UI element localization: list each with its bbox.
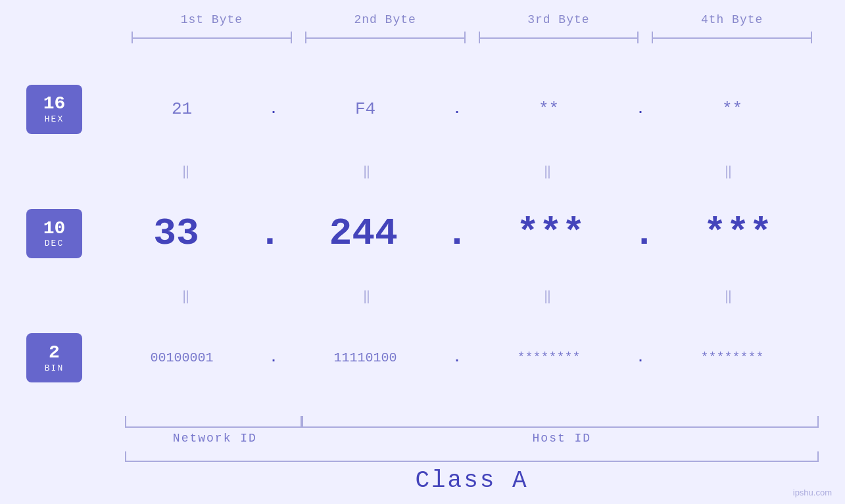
byte-headers: 1st Byte 2nd Byte 3rd Byte 4th Byte bbox=[26, 13, 819, 26]
bracket-1 bbox=[132, 32, 292, 43]
bin-val1: 00100001 bbox=[95, 350, 268, 365]
eq8: ‖ bbox=[638, 288, 819, 304]
bracket-3 bbox=[479, 32, 639, 43]
watermark: ipshu.com bbox=[793, 488, 832, 497]
id-labels: Network ID Host ID bbox=[26, 432, 819, 445]
dec-badge-label: DEC bbox=[45, 239, 64, 248]
bin-dot1: . bbox=[268, 350, 279, 365]
eq3: ‖ bbox=[457, 163, 638, 179]
equals-row-2: ‖ ‖ ‖ ‖ bbox=[26, 288, 819, 304]
dec-badge: 10 DEC bbox=[26, 209, 82, 258]
hex-val1: 21 bbox=[95, 99, 268, 119]
eq6: ‖ bbox=[276, 288, 457, 304]
bottom-brackets bbox=[26, 416, 819, 428]
hex-badge-number: 16 bbox=[43, 94, 66, 114]
eq2: ‖ bbox=[276, 163, 457, 179]
bin-dot2: . bbox=[452, 350, 462, 365]
host-bracket bbox=[302, 416, 819, 428]
hex-dot3: . bbox=[635, 102, 646, 117]
dec-badge-number: 10 bbox=[43, 219, 66, 239]
hex-val2: F4 bbox=[279, 99, 452, 119]
hex-dot2: . bbox=[452, 102, 462, 117]
main-container: 1st Byte 2nd Byte 3rd Byte 4th Byte 16 H… bbox=[0, 0, 845, 504]
equals-row-1: ‖ ‖ ‖ ‖ bbox=[26, 163, 819, 179]
bin-badge-number: 2 bbox=[49, 343, 60, 363]
hex-values: 21 . F4 . ** . ** bbox=[95, 99, 819, 119]
bottom-section: Network ID Host ID Class A bbox=[26, 416, 819, 497]
top-brackets bbox=[26, 32, 819, 43]
byte3-header: 3rd Byte bbox=[472, 13, 646, 26]
network-id-label: Network ID bbox=[125, 432, 305, 445]
class-label: Class A bbox=[26, 467, 819, 497]
eq4: ‖ bbox=[638, 163, 819, 179]
dec-dot3: . bbox=[631, 212, 657, 255]
hex-badge-label: HEX bbox=[45, 114, 64, 124]
bin-dot3: . bbox=[635, 350, 646, 365]
dec-val3: *** bbox=[470, 212, 631, 255]
bracket-2 bbox=[305, 32, 466, 43]
eq5: ‖ bbox=[95, 288, 276, 304]
hex-val3: ** bbox=[462, 99, 635, 119]
bin-val3: ******** bbox=[462, 350, 635, 365]
bin-badge: 2 BIN bbox=[26, 333, 82, 382]
hex-badge: 16 HEX bbox=[26, 85, 82, 134]
dec-dot1: . bbox=[257, 212, 283, 255]
bin-badge-label: BIN bbox=[45, 363, 64, 373]
dec-dot2: . bbox=[445, 212, 470, 255]
hex-row: 16 HEX 21 . F4 . ** . ** bbox=[26, 57, 819, 162]
eq7: ‖ bbox=[457, 288, 638, 304]
byte4-header: 4th Byte bbox=[645, 13, 819, 26]
dec-row: 10 DEC 33 . 244 . *** . *** bbox=[26, 181, 819, 286]
dec-val2: 244 bbox=[283, 212, 445, 255]
dec-val4: *** bbox=[657, 212, 819, 255]
dec-val1: 33 bbox=[95, 212, 257, 255]
full-bracket bbox=[125, 451, 819, 462]
bin-val2: 11110100 bbox=[279, 350, 452, 365]
hex-val4: ** bbox=[646, 99, 819, 119]
full-bracket-row bbox=[26, 451, 819, 462]
network-bracket bbox=[125, 416, 302, 428]
byte1-header: 1st Byte bbox=[125, 13, 299, 26]
host-id-label: Host ID bbox=[305, 432, 819, 445]
dec-values: 33 . 244 . *** . *** bbox=[95, 212, 819, 255]
hex-dot1: . bbox=[268, 102, 279, 117]
bracket-4 bbox=[652, 32, 812, 43]
bin-values: 00100001 . 11110100 . ******** . *******… bbox=[95, 350, 819, 365]
byte2-header: 2nd Byte bbox=[299, 13, 472, 26]
bin-val4: ******** bbox=[646, 350, 819, 365]
eq1: ‖ bbox=[95, 163, 276, 179]
bin-row: 2 BIN 00100001 . 11110100 . ******** . *… bbox=[26, 306, 819, 411]
